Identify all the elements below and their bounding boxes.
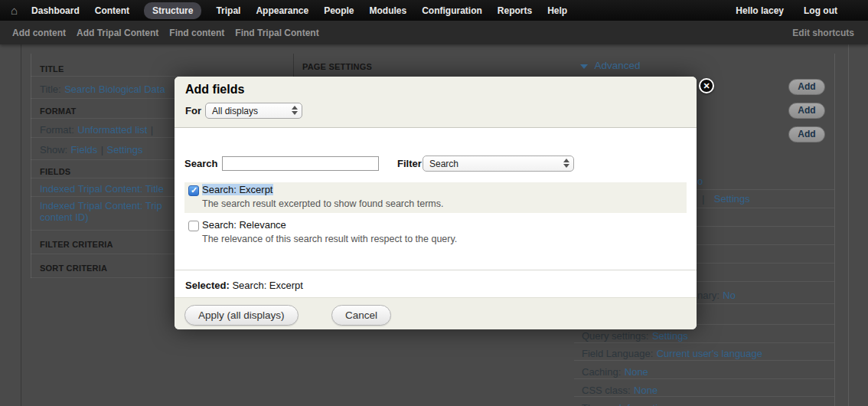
- fragment-no: o: [697, 174, 703, 188]
- theme-link[interactable]: Information: [619, 402, 669, 406]
- css-class-link[interactable]: None: [634, 385, 658, 396]
- add-button-3[interactable]: Add: [788, 126, 825, 142]
- filter-select[interactable]: Search: [423, 156, 574, 172]
- advanced-toggle[interactable]: Advanced: [580, 58, 641, 72]
- section-fields-header: FIELDS: [40, 167, 70, 176]
- menu-item-help[interactable]: Help: [547, 5, 567, 16]
- selected-summary: Selected: Search: Excerpt: [185, 280, 303, 291]
- search-input[interactable]: [222, 156, 379, 171]
- shortcuts-bar: Add content Add Tripal Content Find cont…: [0, 21, 868, 44]
- section-format-header: FORMAT: [40, 106, 76, 116]
- excerpt-option-description: The search result excerpted to show foun…: [202, 198, 443, 209]
- screen: ⌂ Dashboard Content Structure Tripal App…: [0, 0, 868, 406]
- show-settings-link[interactable]: Settings: [107, 144, 143, 156]
- format-value-link[interactable]: Unformatted list: [77, 124, 147, 136]
- dialog-header: Add fields For All displays: [175, 77, 697, 128]
- caching-link[interactable]: None: [625, 366, 648, 378]
- logout-link[interactable]: Log out: [804, 5, 837, 16]
- relevance-option-description: The relevance of this search result with…: [202, 234, 457, 244]
- section-page-settings-header: PAGE SETTINGS: [302, 62, 372, 71]
- select-stepper-icon: [292, 106, 298, 115]
- add-button-1[interactable]: Add: [788, 79, 825, 95]
- advanced-caret-icon: [580, 64, 588, 69]
- menu-item-modules[interactable]: Modules: [370, 5, 407, 16]
- css-class-label: CSS class:: [582, 385, 631, 396]
- selected-label: Selected:: [185, 280, 230, 291]
- theme-label: Theme:: [582, 402, 615, 406]
- format-label: Format:: [40, 124, 74, 136]
- select-stepper-icon: [563, 159, 569, 168]
- show-separator: |: [101, 144, 103, 156]
- search-label: Search: [184, 158, 217, 169]
- relevance-checkbox[interactable]: [188, 221, 199, 231]
- for-label: For: [185, 105, 201, 116]
- add-fields-dialog: Add fields For All displays Search Filte…: [175, 77, 697, 329]
- section-filter-header: FILTER CRITERIA: [40, 240, 113, 249]
- option-row-relevance: Search: Relevance The relevance of this …: [184, 218, 687, 248]
- dialog-footer: Apply (all displays) Cancel: [175, 297, 697, 329]
- add-button-2[interactable]: Add: [788, 103, 825, 119]
- dialog-title: Add fields: [185, 83, 244, 97]
- excerpt-checkbox[interactable]: [188, 185, 199, 196]
- apply-button[interactable]: Apply (all displays): [184, 305, 299, 326]
- close-icon[interactable]: ✕: [699, 78, 714, 93]
- field-1-link[interactable]: Indexed Tripal Content: Title: [40, 183, 164, 195]
- fragment-settings-link[interactable]: Settings: [714, 193, 750, 205]
- divider: [175, 270, 697, 270]
- section-sort-header: SORT CRITERIA: [40, 264, 107, 273]
- selected-value: Search: Excerpt: [232, 280, 303, 291]
- format-separator: |: [151, 124, 153, 136]
- home-icon[interactable]: ⌂: [11, 5, 18, 16]
- menu-item-configuration[interactable]: Configuration: [422, 5, 482, 16]
- show-fields-link[interactable]: Fields: [71, 144, 98, 156]
- shortcut-add-tripal-content[interactable]: Add Tripal Content: [77, 28, 158, 38]
- title-label: Title:: [40, 83, 61, 95]
- caching-label: Caching:: [582, 366, 621, 378]
- menu-item-structure[interactable]: Structure: [144, 2, 201, 19]
- fragment-settings: | Settings: [702, 192, 750, 205]
- option-row-excerpt: Search: Excerpt The search result excerp…: [184, 182, 687, 213]
- shortcut-add-content[interactable]: Add content: [12, 28, 66, 38]
- menu-item-people[interactable]: People: [324, 5, 354, 16]
- caching-row: Caching: None: [582, 365, 648, 378]
- menu-item-appearance[interactable]: Appearance: [256, 5, 308, 16]
- fragment-summary: nary: No: [697, 288, 736, 302]
- menu-item-content[interactable]: Content: [95, 5, 129, 16]
- theme-row: Theme: Information: [582, 401, 669, 406]
- query-settings-label: Query settings:: [582, 330, 648, 342]
- section-page-settings: PAGE SETTINGS: [302, 59, 372, 73]
- menu-item-dashboard[interactable]: Dashboard: [31, 5, 80, 16]
- relevance-option-label[interactable]: Search: Relevance: [202, 219, 286, 231]
- filter-label: Filter: [397, 158, 422, 169]
- shortcut-find-content[interactable]: Find content: [169, 28, 224, 38]
- user-greeting: Hello lacey: [736, 5, 784, 16]
- admin-menu: Dashboard Content Structure Tripal Appea…: [31, 5, 567, 16]
- css-class-row: CSS class: None: [582, 383, 658, 397]
- section-title-header: TITLE: [40, 64, 64, 74]
- admin-toolbar: ⌂ Dashboard Content Structure Tripal App…: [0, 0, 868, 21]
- query-settings-link[interactable]: Settings: [652, 330, 688, 342]
- excerpt-option-label[interactable]: Search: Excerpt: [202, 184, 273, 195]
- edit-shortcuts-link[interactable]: Edit shortcuts: [792, 28, 854, 38]
- query-settings-row: Query settings: Settings: [582, 329, 688, 342]
- show-label: Show:: [40, 144, 67, 156]
- shortcut-find-tripal-content[interactable]: Find Tripal Content: [235, 28, 318, 38]
- field-language-link[interactable]: Current user's language: [657, 348, 762, 359]
- field-language-label: Field Language:: [582, 348, 653, 359]
- menu-item-reports[interactable]: Reports: [498, 5, 532, 16]
- fragment-no-link[interactable]: No: [723, 290, 736, 301]
- title-value-link[interactable]: Search Biological Data: [64, 83, 165, 95]
- field-language-row: Field Language: Current user's language: [582, 346, 762, 360]
- advanced-link[interactable]: Advanced: [594, 60, 640, 71]
- section-title: TITLE: [31, 57, 293, 77]
- cancel-button[interactable]: Cancel: [331, 305, 391, 326]
- menu-item-tripal[interactable]: Tripal: [216, 5, 240, 16]
- for-display-select[interactable]: All displays: [205, 103, 302, 119]
